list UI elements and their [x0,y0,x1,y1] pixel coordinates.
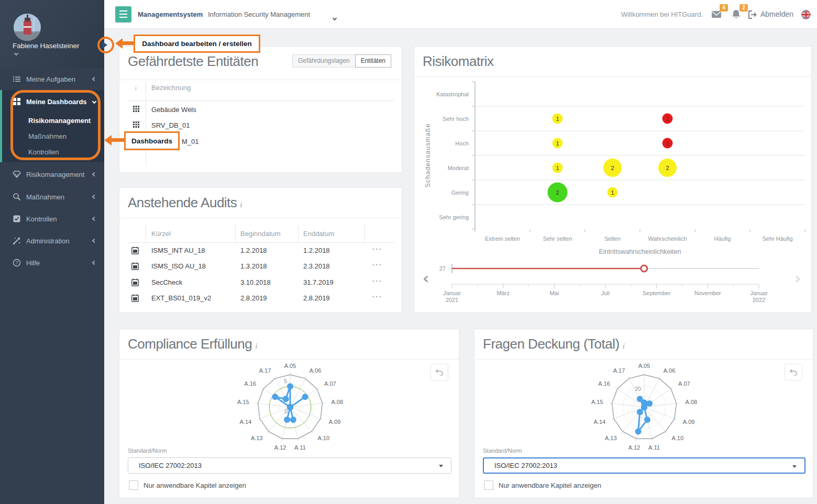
svg-text:A.13: A.13 [251,435,263,441]
applicable-chapters-checkbox[interactable] [484,480,493,490]
column-header[interactable]: Kürzel [151,230,171,238]
user-name[interactable]: Fabiene Haselsteiner [13,42,80,50]
svg-text:1: 1 [666,116,669,122]
fragen-panel: Fragen Deckung (Total)i A.05A.06A.07A.08… [474,329,813,498]
timeline-slider[interactable]: 27Januar2021MärzMaiJuliSeptemberNovember… [417,253,809,306]
info-icon[interactable]: i [240,200,242,209]
audit-cell-beginn[interactable]: 1.2.2018 [240,247,267,254]
bell-badge: 2 [739,4,748,12]
logout-button[interactable]: Abmelden [748,0,793,29]
svg-text:Gering: Gering [451,189,469,196]
annotation-dashboards: Dashboards [124,131,180,150]
timeline-prev-button[interactable]: ‹ [423,269,429,287]
risk-matrix-chart: KatastrophalSehr hochHochModeratGeringSe… [417,79,809,257]
svg-text:Wahrscheinlich: Wahrscheinlich [648,236,687,242]
audit-cell-kuerzel[interactable]: EXT_BS01_019_v2 [151,294,211,302]
audit-cell-beginn[interactable]: 3.10.2018 [240,278,271,286]
row-menu-button[interactable]: ··· [372,277,382,285]
svg-text:Selten: Selten [604,236,621,242]
standard-value: ISO/IEC 27002:2013 [139,462,202,469]
row-menu-button[interactable]: ··· [372,261,382,268]
row-menu-button[interactable]: ··· [372,245,382,253]
controls-icon [13,215,21,223]
undo-button[interactable] [785,364,802,380]
sidebar-item-kontrollen[interactable]: Kontrollen [0,211,104,227]
audit-cell-beginn[interactable]: 2.8.2019 [240,294,267,302]
sidebar-item-meine-aufgaben[interactable]: Meine Aufgaben [0,71,104,87]
sidebar-item-label: Maßnahmen [26,193,64,201]
sidebar-item-hilfe[interactable]: ? Hilfe [0,255,104,271]
applicable-chapters-checkbox[interactable] [129,480,138,490]
annotation-arrow [122,41,134,45]
avatar[interactable] [14,14,41,41]
svg-text:A.17: A.17 [259,367,271,374]
tab-gefaehrdungslagen[interactable]: Gefährdungslagen [292,54,355,68]
sidebar-item-risikomanagement[interactable]: Risikomanagement [0,166,104,182]
svg-text:A.11: A.11 [648,444,660,451]
undo-button[interactable] [430,364,448,380]
standard-select[interactable]: ISO/IEC 27002:2013 [128,457,451,474]
svg-text:?: ? [15,260,18,265]
module-chevron-down-icon[interactable] [333,13,336,22]
column-header[interactable]: Enddatum [303,230,334,238]
sidebar-item-label: Meine Aufgaben [26,75,75,83]
compliance-panel: Compliance Erfüllungi A.05A.06A.07A.08A.… [119,329,459,498]
audit-cell-kuerzel[interactable]: ISMS_ISO AU_18 [151,262,206,270]
standard-select[interactable]: ISO/IEC 27002:2013 [483,457,805,474]
divider [128,242,394,243]
svg-text:0: 0 [284,408,288,415]
sidebar-item-massnahmen[interactable]: Maßnahmen [0,189,104,205]
divider [414,76,811,77]
sort-icon[interactable]: ↓ [134,83,138,91]
undo-icon [789,368,798,376]
audit-cell-ende[interactable]: 1.2.2018 [303,247,330,254]
sidebar-item-administration[interactable]: Administration [0,233,104,249]
svg-text:November: November [694,290,721,296]
standard-label: Standard/Norm [128,447,167,454]
sidebar-item-label: Risikomanagement [26,171,84,178]
svg-text:A.06: A.06 [310,367,322,374]
sidebar: Fabiene Haselsteiner Meine Aufgaben Mein… [0,0,104,504]
svg-text:A.09: A.09 [329,419,341,425]
entity-row[interactable]: Gebäude Wels [151,106,196,114]
annotation-arrowhead [104,135,112,145]
language-flag-icon[interactable] [801,10,811,19]
entity-row-partial[interactable]: M_01 [182,138,199,145]
menu-toggle-button[interactable] [115,6,131,23]
audit-cell-kuerzel[interactable]: SecCheck [151,278,182,286]
standard-label: Standard/Norm [483,447,522,454]
user-chevron-down-icon[interactable] [14,51,18,55]
column-header[interactable]: Beginndatum [240,230,281,238]
chevron-left-icon [92,239,96,243]
audit-cell-beginn[interactable]: 1.3.2018 [240,262,267,270]
annotation-arrowhead [115,38,123,49]
sidebar-item-label: Kontrollen [26,215,57,223]
sidebar-item-label: Hilfe [26,259,40,267]
svg-text:A.08: A.08 [685,399,697,405]
audit-cell-kuerzel[interactable]: ISMS_INT AU_18 [151,247,205,254]
audit-cell-ende[interactable]: 31.7.2019 [303,278,334,286]
column-header[interactable]: Bezeichnung [151,84,191,92]
tab-entitaeten[interactable]: Entitäten [355,54,391,68]
entity-row[interactable]: SRV_DB_01 [151,121,190,129]
standard-value: ISO/IEC 27002:2013 [494,462,557,469]
module-selector[interactable]: Information Security Management [208,0,310,29]
help-icon: ? [13,259,21,267]
row-menu-button[interactable]: ··· [372,293,382,300]
svg-text:2022: 2022 [753,297,765,303]
mail-badge: 4 [720,4,728,12]
audit-cell-ende[interactable]: 2.8.2019 [303,294,330,302]
svg-text:A.07: A.07 [324,380,336,387]
divider [235,225,236,242]
risk-matrix-panel: Risikomatrix KatastrophalSehr hochHochMo… [414,46,812,313]
entity-grid-icon [133,106,139,112]
panel-title: Gefährdetste Entitäten [128,53,258,70]
entity-grid-icon [133,121,139,128]
audit-cell-ende[interactable]: 2.3.2018 [303,262,330,270]
admin-icon [13,237,21,245]
svg-text:1: 1 [556,165,559,171]
divider [146,81,146,165]
calendar-icon [131,247,139,254]
entities-tabs: Gefährdungslagen Entitäten [292,54,391,68]
timeline-next-button[interactable]: › [794,269,801,287]
